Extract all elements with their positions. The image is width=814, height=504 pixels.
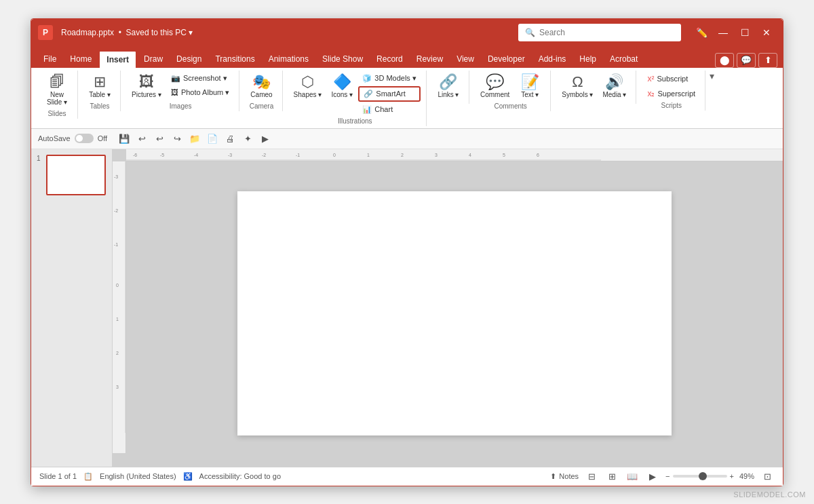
shapes-button[interactable]: ⬡ Shapes ▾ — [290, 72, 326, 101]
normal-view-icon[interactable]: ⊟ — [584, 469, 599, 484]
zoom-in-icon[interactable]: + — [730, 472, 734, 480]
slide-thumbnail[interactable] — [46, 155, 106, 195]
fit-slide-icon[interactable]: ⊡ — [760, 469, 775, 484]
tab-file[interactable]: File — [37, 50, 63, 68]
autosave-bar: AutoSave Off 💾 ↩ ↩ ↪ 📁 📄 🖨 ✦ ▶ — [31, 129, 783, 149]
3dmodels-label: 3D Models ▾ — [374, 74, 416, 83]
autosave-toggle[interactable] — [75, 134, 94, 143]
share-btn[interactable]: ⬆ — [758, 53, 777, 68]
tab-slideshow[interactable]: Slide Show — [315, 50, 370, 68]
ruler-horizontal: -6 -5 -4 -3 -2 -1 0 1 2 3 4 5 6 — [126, 149, 783, 161]
icons-button[interactable]: 🔷 Icons ▾ — [327, 72, 357, 101]
zoom-track[interactable] — [673, 475, 727, 478]
tab-record[interactable]: Record — [370, 50, 410, 68]
svg-text:-2: -2 — [262, 153, 266, 157]
ribbon-group-images: 🖼 Pictures ▾ 📷 Screenshot ▾ 🖼 Photo Albu… — [122, 71, 239, 111]
circle-btn[interactable]: ⬤ — [715, 53, 734, 68]
minimize-button[interactable]: — — [714, 26, 733, 39]
comment-label: Comment — [480, 91, 509, 98]
grid-view-icon[interactable]: ⊞ — [604, 469, 619, 484]
tab-insert[interactable]: Insert — [98, 50, 137, 68]
save-icon[interactable]: 💾 — [117, 131, 132, 146]
slide-canvas[interactable] — [237, 191, 672, 435]
zoom-thumb[interactable] — [699, 472, 707, 480]
superscript-button[interactable]: x₂ Superscript — [643, 87, 699, 100]
3dmodels-button[interactable]: 🧊 3D Models ▾ — [358, 72, 421, 85]
tab-review[interactable]: Review — [410, 50, 450, 68]
tab-design[interactable]: Design — [170, 50, 208, 68]
undo2-icon[interactable]: ↩ — [152, 131, 167, 146]
search-bar[interactable]: 🔍 — [518, 24, 681, 41]
comment-btn[interactable]: 💬 — [737, 53, 756, 68]
pictures-button[interactable]: 🖼 Pictures ▾ — [128, 72, 166, 101]
ribbon-group-camera: 🎭 Cameo Camera — [241, 71, 282, 111]
tab-view[interactable]: View — [450, 50, 481, 68]
new-slide-button[interactable]: 🗐 NewSlide ▾ — [42, 72, 72, 109]
zoom-out-icon[interactable]: − — [665, 472, 670, 480]
icons-label: Icons ▾ — [331, 91, 353, 98]
tab-addins[interactable]: Add-ins — [532, 50, 573, 68]
tab-acrobat[interactable]: Acrobat — [603, 50, 644, 68]
presenter-view-icon[interactable]: ▶ — [645, 469, 660, 484]
tab-home[interactable]: Home — [63, 50, 98, 68]
smartart-button[interactable]: 🔗 SmartArt — [358, 86, 421, 102]
app-logo: P — [38, 25, 53, 40]
present-icon[interactable]: ▶ — [258, 131, 273, 146]
status-right: ⬆ Notes ⊟ ⊞ 📖 ▶ − + 49% ⊡ — [550, 469, 775, 484]
redo-icon[interactable]: ↪ — [170, 131, 185, 146]
chart-label: Chart — [374, 105, 393, 113]
search-input[interactable] — [539, 28, 661, 37]
undo-icon[interactable]: ↩ — [134, 131, 149, 146]
tab-draw[interactable]: Draw — [137, 50, 170, 68]
illustrations-group-label: Illustrations — [290, 117, 421, 125]
new-icon[interactable]: 📄 — [205, 131, 220, 146]
print-icon[interactable]: 🖨 — [222, 131, 237, 146]
text-button[interactable]: 📝 Text ▾ — [515, 72, 545, 101]
links-button[interactable]: 🔗 Links ▾ — [433, 72, 463, 101]
shapes-label: Shapes ▾ — [294, 91, 322, 98]
symbols-button[interactable]: Ω Symbols ▾ — [558, 72, 597, 101]
zoom-slider[interactable]: − + — [665, 472, 734, 480]
canvas-area: -6 -5 -4 -3 -2 -1 0 1 2 3 4 5 6 — [113, 149, 783, 467]
open-icon[interactable]: 📁 — [187, 131, 202, 146]
ribbon-tabs: File Home Insert Draw Design Transitions… — [31, 46, 783, 68]
file-title: Roadmap.pptx • Saved to this PC ▾ — [61, 28, 513, 37]
reading-view-icon[interactable]: 📖 — [625, 469, 640, 484]
autosave-state: Off — [98, 134, 107, 142]
tab-transitions[interactable]: Transitions — [208, 50, 261, 68]
notes-button[interactable]: ⬆ Notes — [550, 472, 579, 481]
close-button[interactable]: ✕ — [757, 26, 776, 39]
format-icon[interactable]: ✦ — [240, 131, 255, 146]
cameo-button[interactable]: 🎭 Cameo — [246, 72, 276, 101]
tab-developer[interactable]: Developer — [481, 50, 532, 68]
tab-animations[interactable]: Animations — [262, 50, 315, 68]
chart-button[interactable]: 📊 Chart — [358, 103, 421, 116]
chart-icon: 📊 — [362, 105, 372, 114]
media-button[interactable]: 🔊 Media ▾ — [598, 72, 630, 101]
slide-info: Slide 1 of 1 — [39, 472, 77, 480]
symbols-label: Symbols ▾ — [562, 91, 593, 98]
restore-button[interactable]: ☐ — [735, 26, 754, 39]
screenshot-button[interactable]: 📷 Screenshot ▾ — [167, 72, 233, 85]
text-label: Text ▾ — [521, 91, 539, 98]
notes-panel-icon: 📋 — [83, 472, 93, 481]
ribbon-group-slides: 🗐 NewSlide ▾ Slides — [37, 71, 78, 119]
illustrations-col: 🧊 3D Models ▾ 🔗 SmartArt 📊 Chart — [358, 72, 421, 116]
photo-album-button[interactable]: 🖼 Photo Album ▾ — [167, 86, 233, 99]
subscript-button[interactable]: x² Subscript — [643, 72, 692, 85]
more-button[interactable]: ▾ — [710, 71, 714, 92]
tab-help[interactable]: Help — [573, 50, 603, 68]
svg-text:3: 3 — [116, 385, 119, 389]
ribbon-content: 🗐 NewSlide ▾ Slides ⊞ Table ▾ Tables 🖼 P… — [31, 68, 783, 129]
screenshot-icon: 📷 — [171, 74, 180, 83]
table-icon: ⊞ — [94, 75, 106, 90]
photo-album-icon: 🖼 — [171, 88, 178, 96]
camera-group-label: Camera — [246, 102, 276, 110]
svg-text:-3: -3 — [228, 153, 232, 157]
pencil-icon[interactable]: ✏️ — [692, 26, 711, 39]
symbols-icon: Ω — [572, 75, 583, 90]
shapes-icon: ⬡ — [301, 75, 314, 90]
table-button[interactable]: ⊞ Table ▾ — [85, 72, 115, 101]
comment-button[interactable]: 💬 Comment — [476, 72, 513, 101]
accessibility-icon: ♿ — [183, 472, 193, 481]
